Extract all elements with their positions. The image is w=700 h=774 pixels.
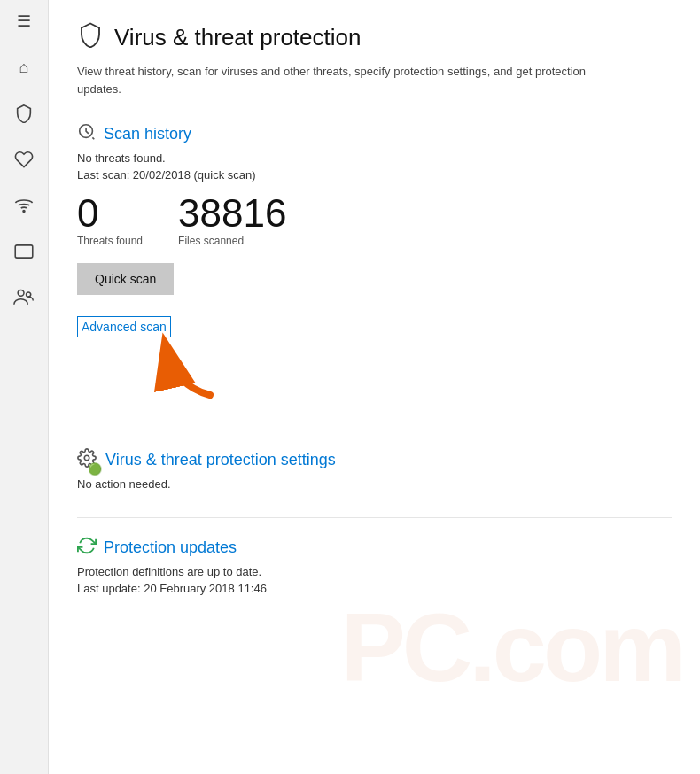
protection-updates-title-row: Protection updates [77, 536, 672, 560]
svg-point-0 [23, 211, 25, 213]
main-content: PC.com Virus & threat protection View th… [49, 0, 700, 774]
settings-gear-icon: 🟢 [77, 448, 97, 472]
refresh-icon [77, 536, 97, 560]
scan-history-title-row: Scan history [77, 122, 672, 146]
home-icon[interactable]: ⌂ [13, 57, 35, 78]
sidebar: ☰ ⌂ [0, 0, 49, 774]
last-scan-text: Last scan: 20/02/2018 (quick scan) [77, 168, 672, 182]
quick-scan-button-wrapper: Quick scan [77, 263, 672, 307]
stats-row: 0 Threats found 38816 Files scanned [77, 194, 672, 247]
green-badge-icon: 🟢 [88, 462, 102, 476]
browser-icon[interactable] [13, 241, 35, 262]
threats-found-label: Threats found [77, 235, 143, 247]
arrow-indicator [148, 329, 672, 403]
page-subtitle: View threat history, scan for viruses an… [77, 63, 591, 97]
protection-settings-status: No action needed. [77, 477, 672, 491]
protection-settings-section: 🟢 Virus & threat protection settings No … [77, 448, 672, 491]
svg-rect-1 [15, 245, 33, 258]
protection-updates-section: Protection updates Protection definition… [77, 536, 672, 595]
protection-settings-title: Virus & threat protection settings [105, 451, 336, 469]
threats-found-count: 0 [77, 194, 143, 233]
page-title-row: Virus & threat protection [77, 21, 672, 54]
files-scanned-stat: 38816 Files scanned [178, 194, 286, 247]
svg-point-2 [18, 290, 24, 296]
protection-updates-title: Protection updates [104, 538, 237, 557]
page-title: Virus & threat protection [114, 24, 361, 51]
files-scanned-count: 38816 [178, 194, 286, 233]
files-scanned-label: Files scanned [178, 235, 286, 247]
watermark: PC.com [340, 591, 682, 703]
quick-scan-button[interactable]: Quick scan [77, 263, 174, 295]
family-icon[interactable] [13, 287, 35, 308]
svg-point-6 [84, 455, 89, 461]
last-update-text: Last update: 20 February 2018 11:46 [77, 582, 672, 595]
threats-found-stat: 0 Threats found [77, 194, 143, 247]
scan-history-title: Scan history [104, 125, 191, 143]
protection-updates-status: Protection definitions are up to date. [77, 565, 672, 578]
no-threats-text: No threats found. [77, 151, 672, 165]
wifi-icon[interactable] [13, 195, 35, 216]
page-shield-icon [77, 21, 104, 54]
scan-history-section: Scan history No threats found. Last scan… [77, 122, 672, 403]
shield-nav-icon[interactable] [13, 103, 35, 124]
protection-settings-title-row: 🟢 Virus & threat protection settings [77, 448, 672, 472]
section-divider-2 [77, 517, 672, 518]
section-divider-1 [77, 430, 672, 430]
scan-history-icon [77, 122, 97, 146]
menu-icon[interactable]: ☰ [13, 11, 35, 32]
health-icon[interactable] [13, 149, 35, 170]
